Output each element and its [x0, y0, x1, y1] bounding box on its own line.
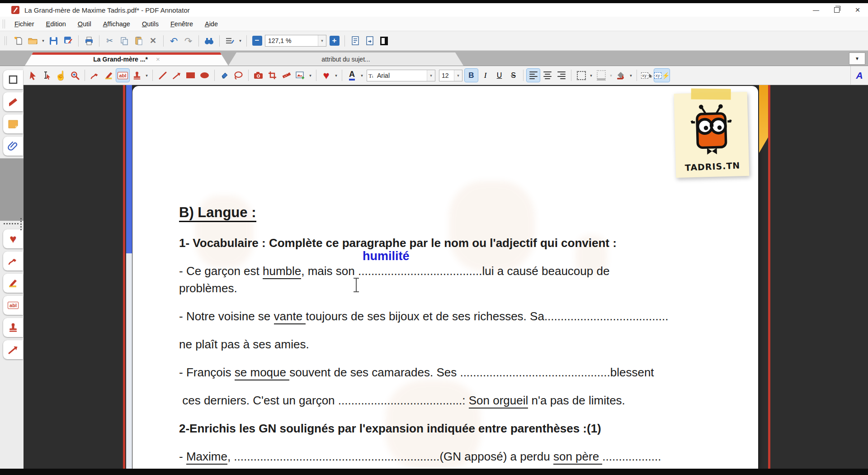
zoom-combo-arrow[interactable] [318, 35, 326, 46]
text-panel-button[interactable]: A [850, 66, 868, 85]
copy-icon [120, 37, 128, 45]
eraser-tool-button[interactable] [218, 69, 231, 82]
print-button[interactable] [82, 34, 95, 48]
open-file-button[interactable] [26, 34, 39, 48]
menu-item-aide[interactable]: Aide [199, 20, 224, 28]
save-button[interactable] [47, 34, 60, 48]
pen-tool-button[interactable] [88, 69, 101, 82]
insert-image-button[interactable] [294, 69, 307, 82]
sidebar-toggle-button[interactable] [377, 34, 391, 48]
fill-color-dropdown[interactable] [628, 69, 633, 82]
border-width-button[interactable] [594, 69, 608, 82]
text-annotation[interactable]: humilité [363, 250, 410, 262]
line-tool-button[interactable] [156, 69, 169, 82]
pan-tool-button[interactable]: ☝ [54, 69, 67, 82]
cut-button[interactable]: ✂ [103, 34, 116, 48]
highlighter-tool-button[interactable] [102, 69, 115, 82]
doc-segment: (GN apposé) a perdu [439, 450, 553, 463]
sidebar-arrow-tool[interactable] [3, 340, 23, 359]
close-button[interactable]: × [847, 3, 868, 17]
fill-color-button[interactable] [614, 69, 627, 82]
arrow-tool-button[interactable] [170, 69, 183, 82]
auto-annotation-button[interactable]: xy ⚡ [654, 69, 670, 82]
border-width-dropdown[interactable] [609, 69, 613, 82]
align-center-button[interactable] [541, 69, 554, 82]
menu-item-outil[interactable]: Outil [72, 20, 97, 28]
font-family-arrow[interactable] [427, 70, 435, 81]
rectangle-tool-button[interactable] [184, 69, 197, 82]
sidebar-attachments-button[interactable] [3, 137, 23, 156]
lasso-tool-button[interactable] [232, 69, 245, 82]
italic-button[interactable]: I [479, 69, 492, 82]
zoom-level-input[interactable] [265, 37, 318, 45]
text-tool-button[interactable]: abl [116, 69, 129, 82]
font-family-combo[interactable]: T t Arial [367, 70, 435, 81]
annotation-list-button[interactable] [223, 34, 236, 48]
sidebar-notes-button[interactable] [3, 114, 23, 133]
ellipse-tool-button[interactable] [198, 69, 211, 82]
select-annotation-button[interactable]: xy [640, 69, 653, 82]
menu-item-edition[interactable]: Edition [40, 20, 72, 28]
sidebar-text-tool[interactable]: abl [3, 296, 23, 315]
border-style-button[interactable] [575, 69, 588, 82]
vertical-scrollbar[interactable] [126, 85, 132, 475]
text-select-tool-button[interactable] [40, 69, 53, 82]
menu-item-affichage[interactable]: Affichage [97, 20, 136, 28]
redo-button[interactable]: ↷ [182, 34, 195, 48]
sidebar-stamp-tool[interactable] [3, 318, 23, 337]
scrollbar-thumb[interactable] [126, 85, 132, 253]
stamp-dropdown[interactable] [144, 69, 149, 82]
zoom-in-button[interactable]: + [328, 34, 341, 48]
menu-item-fen-tre[interactable]: Fenêtre [165, 20, 199, 28]
sidebar-drag-handle[interactable] [20, 218, 22, 230]
undo-button[interactable]: ↶ [167, 34, 180, 48]
maximize-button[interactable] [826, 3, 847, 17]
annotation-list-dropdown[interactable] [238, 34, 243, 48]
sidebar-favorites-tool[interactable]: ♥ [3, 229, 23, 248]
snapshot-tool-button[interactable] [252, 69, 265, 82]
underline-button[interactable]: U [493, 69, 506, 82]
favorites-dropdown[interactable] [334, 69, 339, 82]
font-size-combo[interactable]: 12 [439, 70, 462, 81]
strikethrough-button[interactable]: S [507, 69, 520, 82]
sidebar-pages-panel-button[interactable] [3, 70, 23, 89]
document-tab-attribut-du-sujet[interactable]: attribut du sujet... [228, 52, 463, 66]
fit-width-button[interactable] [349, 34, 362, 48]
delete-button[interactable]: ✕ [146, 34, 160, 48]
paste-button[interactable] [132, 34, 145, 48]
sidebar-pen-tool[interactable] [3, 252, 23, 271]
favorites-button[interactable]: ♥ [320, 69, 333, 82]
font-color-button[interactable]: A [345, 69, 359, 82]
align-left-button[interactable] [527, 69, 540, 82]
measure-tool-button[interactable] [280, 69, 293, 82]
zoom-tool-button[interactable] [68, 69, 81, 82]
tab-list-dropdown[interactable] [849, 52, 865, 65]
copy-button[interactable] [118, 34, 131, 48]
stamp-tool-button[interactable] [130, 69, 143, 82]
minimize-button[interactable]: — [806, 3, 826, 17]
crop-tool-button[interactable] [266, 69, 279, 82]
note-icon [8, 119, 19, 128]
sidebar-bookmarks-button[interactable] [3, 92, 23, 111]
bookmark-ribbon[interactable] [759, 85, 769, 153]
find-button[interactable] [203, 34, 216, 48]
new-document-button[interactable] [12, 34, 25, 48]
pdf-page[interactable]: TADRIS.TN B) Langue :1- Vocabulaire : Co… [132, 86, 758, 470]
document-tab-la-grand-m-re[interactable]: La Grand-mère ...*× [25, 52, 228, 66]
border-style-dropdown[interactable] [589, 69, 594, 82]
restore-icon [834, 7, 840, 13]
menu-item-fichier[interactable]: Fichier [9, 20, 40, 28]
zoom-out-button[interactable]: − [250, 34, 264, 48]
bold-button[interactable]: B [465, 69, 478, 82]
open-file-dropdown[interactable] [41, 34, 46, 48]
font-size-arrow[interactable] [454, 70, 462, 81]
fit-page-button[interactable] [363, 34, 376, 48]
align-right-button[interactable] [555, 69, 568, 82]
tab-close-icon[interactable]: × [156, 55, 160, 63]
sidebar-highlighter-tool[interactable] [3, 274, 23, 293]
menu-item-outils[interactable]: Outils [136, 20, 165, 28]
font-color-dropdown[interactable] [359, 69, 364, 82]
select-tool-button[interactable] [26, 69, 39, 82]
insert-image-dropdown[interactable] [308, 69, 313, 82]
save-as-button[interactable] [61, 34, 75, 48]
